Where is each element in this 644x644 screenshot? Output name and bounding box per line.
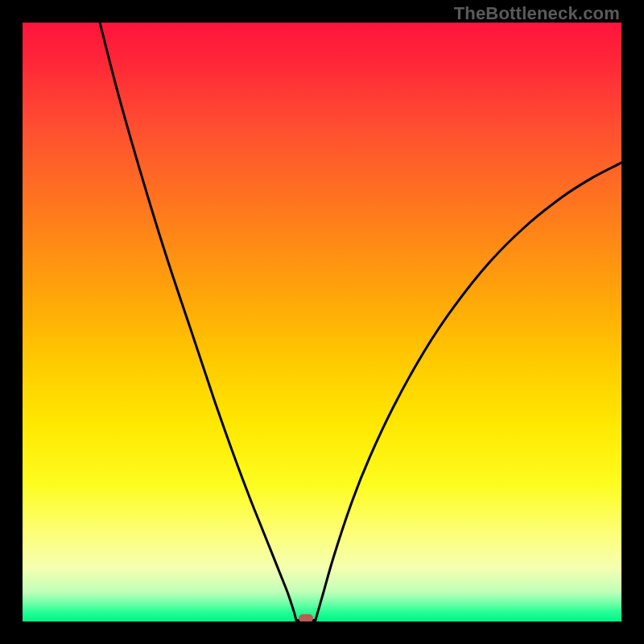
- min-marker: [299, 614, 313, 621]
- watermark-text: TheBottleneck.com: [454, 3, 620, 24]
- curve-layer: [23, 23, 621, 621]
- curve-left: [100, 23, 296, 621]
- plot-area: [23, 23, 621, 621]
- chart-frame: TheBottleneck.com: [0, 0, 644, 644]
- curve-right: [316, 163, 621, 620]
